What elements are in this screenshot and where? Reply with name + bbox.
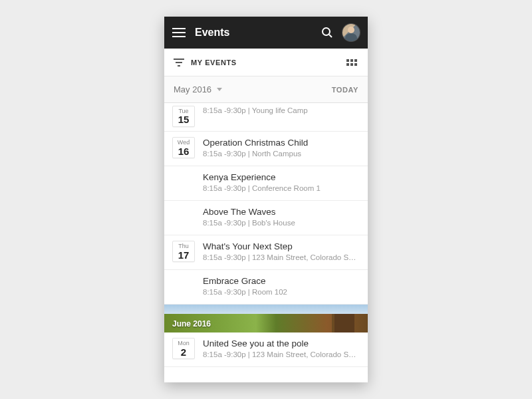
month-label: May 2016 [174,84,211,94]
date-chip: Thu 17 [172,241,195,262]
search-icon[interactable] [321,27,333,39]
filter-label: MY EVENTS [191,59,237,66]
event-title: Embrace Grace [203,276,358,286]
event-meta: 8:15a -9:30p | North Campus [203,150,358,158]
event-title: Kenya Experience [203,172,358,182]
event-row[interactable]: Above The Waves 8:15a -9:30p | Bob's Hou… [164,201,368,235]
event-meta: 8:15a -9:30p | Room 102 [203,288,358,296]
topbar: Events [164,17,368,49]
month-band-label: June 2016 [172,319,211,329]
date-chip: Wed 16 [172,137,195,158]
month-band: June 2016 [164,305,368,332]
filter-bar: MY EVENTS [164,49,368,76]
date-bar: May 2016 TODAY [164,76,368,103]
event-row[interactable]: Mon 2 United See you at the pole 8:15a -… [164,332,368,367]
filter-icon[interactable] [174,59,184,66]
event-list: Tue 15 8:15a -9:30p | Young life Camp We… [164,103,368,382]
event-row[interactable]: Wed 16 Operation Christmas Child 8:15a -… [164,132,368,166]
event-meta: 8:15a -9:30p | Young life Camp [203,106,358,114]
event-row[interactable]: Tue 15 8:15a -9:30p | Young life Camp [164,103,368,132]
menu-icon[interactable] [172,28,186,37]
date-num: 15 [173,114,194,125]
date-chip: Mon 2 [172,338,195,359]
page-title: Events [195,27,229,39]
event-meta: 8:15a -9:30p | 123 Main Street, Colorado… [203,253,358,261]
app-frame: Events MY EVENTS May 2016 TODAY [164,17,368,382]
month-picker[interactable]: May 2016 [174,84,222,94]
avatar[interactable] [342,24,360,41]
event-meta: 8:15a -9:30p | Bob's House [203,219,358,227]
date-chip: Tue 15 [172,106,195,127]
svg-point-0 [323,28,330,35]
event-title: What's Your Next Step [203,241,358,251]
event-meta: 8:15a -9:30p | 123 Main Street, Colorado… [203,350,358,358]
today-button[interactable]: TODAY [332,86,358,94]
chevron-down-icon [217,88,222,91]
event-title: Operation Christmas Child [203,138,358,148]
event-title: Above The Waves [203,207,358,217]
event-row[interactable]: Embrace Grace 8:15a -9:30p | Room 102 [164,270,368,305]
event-meta: 8:15a -9:30p | Conference Room 1 [203,184,358,192]
date-num: 2 [173,347,194,358]
date-num: 17 [173,250,194,261]
date-num: 16 [173,146,194,157]
event-row[interactable]: Kenya Experience 8:15a -9:30p | Conferen… [164,166,368,201]
grid-view-icon[interactable] [346,59,358,66]
event-list-scroll[interactable]: Tue 15 8:15a -9:30p | Young life Camp We… [164,103,368,382]
event-title: United See you at the pole [203,338,358,348]
event-row[interactable]: Thu 17 What's Your Next Step 8:15a -9:30… [164,235,368,270]
